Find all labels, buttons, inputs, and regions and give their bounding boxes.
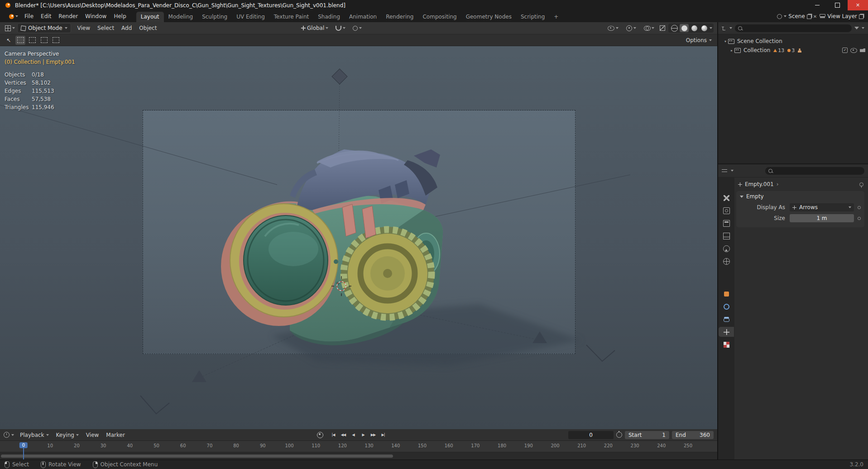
select-box-new-button[interactable] xyxy=(15,36,25,45)
display-as-dropdown[interactable]: Arrows xyxy=(790,203,854,211)
outliner-row-scene-collection[interactable]: ▾ Scene Collection xyxy=(718,37,868,46)
tab-tool[interactable] xyxy=(720,193,733,203)
horizontal-scrollbar[interactable] xyxy=(1,455,393,458)
viewport-menu-item[interactable]: Object xyxy=(135,24,160,33)
editor-type-button[interactable] xyxy=(3,24,17,32)
start-frame-field[interactable]: Start 1 xyxy=(625,431,669,439)
stopwatch-icon[interactable] xyxy=(616,432,622,438)
menu-item[interactable]: Window xyxy=(82,12,110,21)
tab-view-layer[interactable] xyxy=(720,231,733,241)
playback-menu[interactable]: Playback xyxy=(17,431,52,439)
timeline-track[interactable] xyxy=(0,452,717,460)
workspace-tab[interactable]: Animation xyxy=(345,12,381,22)
gizmos-dropdown[interactable] xyxy=(624,24,638,32)
close-button[interactable]: ✕ xyxy=(848,0,868,10)
scene-selector[interactable]: Scene ✕ xyxy=(777,13,817,19)
proportional-editing-toggle[interactable] xyxy=(350,25,364,32)
workspace-tab[interactable]: Texture Paint xyxy=(269,12,313,22)
animate-decorator-icon[interactable] xyxy=(858,217,861,220)
xray-toggle[interactable] xyxy=(660,25,665,31)
shading-material-button[interactable] xyxy=(690,24,699,32)
workspace-tab[interactable]: Compositing xyxy=(418,12,461,22)
workspace-tab[interactable]: Modeling xyxy=(164,12,198,22)
current-frame-indicator[interactable]: 0 xyxy=(19,442,28,448)
outliner-search-input[interactable] xyxy=(735,24,852,32)
eye-icon[interactable] xyxy=(850,48,857,53)
tab-texture[interactable] xyxy=(720,340,733,349)
transport-button[interactable]: ◀ xyxy=(349,431,358,439)
workspace-tab[interactable]: Layout xyxy=(136,12,164,22)
view-layer-selector[interactable]: View Layer xyxy=(820,13,863,19)
breadcrumb-object[interactable]: Empty.001 xyxy=(745,181,774,187)
properties-search-input[interactable] xyxy=(765,167,864,175)
tweak-tool-button[interactable]: ↖ xyxy=(4,36,14,45)
select-box-subtract-button[interactable] xyxy=(39,36,49,45)
tab-object[interactable] xyxy=(720,289,733,299)
minimize-button[interactable] xyxy=(807,0,827,10)
maximize-button[interactable] xyxy=(827,0,848,10)
filter-icon[interactable] xyxy=(854,27,859,29)
pin-icon[interactable] xyxy=(859,182,863,187)
outliner-editor-icon[interactable] xyxy=(722,26,727,31)
tab-constraints[interactable] xyxy=(720,314,733,324)
workspace-tab[interactable]: + xyxy=(549,12,563,22)
tab-world[interactable] xyxy=(720,256,733,266)
mode-dropdown[interactable]: Object Mode xyxy=(17,23,71,33)
select-box-extend-button[interactable] xyxy=(27,36,37,45)
timeline-editor-icon[interactable] xyxy=(4,432,10,438)
workspace-tab[interactable]: Geometry Nodes xyxy=(461,12,516,22)
gun-sight-model[interactable] xyxy=(221,149,443,345)
disclosure-icon[interactable]: ▸ xyxy=(729,48,734,53)
current-frame-field[interactable]: 0 xyxy=(568,431,614,439)
keying-menu[interactable]: Keying xyxy=(53,431,82,439)
snap-toggle[interactable] xyxy=(333,25,348,32)
workspace-tab[interactable]: Scripting xyxy=(516,12,549,22)
tab-object-data[interactable] xyxy=(719,327,734,337)
checkbox-icon[interactable]: ✓ xyxy=(842,48,848,53)
camera-icon[interactable] xyxy=(860,48,865,52)
viewport-menu-item[interactable]: Add xyxy=(118,24,135,33)
select-box-intersect-button[interactable] xyxy=(51,36,61,45)
workspace-tab[interactable]: Shading xyxy=(313,12,345,22)
menu-item[interactable]: Edit xyxy=(37,12,55,21)
workspace-tab[interactable]: Rendering xyxy=(381,12,418,22)
view-menu[interactable]: View xyxy=(83,431,102,439)
workspace-tab[interactable]: UV Editing xyxy=(232,12,269,22)
transport-button[interactable]: ◀◀ xyxy=(339,431,348,439)
viewport-canvas[interactable]: Camera Perspective (0) Collection | Empt… xyxy=(0,46,717,430)
options-dropdown[interactable]: Options xyxy=(686,37,712,43)
shading-rendered-button[interactable] xyxy=(700,24,709,32)
overlays-dropdown[interactable] xyxy=(642,25,657,31)
orientation-dropdown[interactable]: Global xyxy=(299,24,331,32)
transport-button[interactable]: ▶| xyxy=(379,431,388,439)
disclosure-icon[interactable]: ▾ xyxy=(723,39,728,43)
tab-render[interactable] xyxy=(720,206,733,215)
shading-wireframe-button[interactable] xyxy=(670,24,679,32)
new-scene-icon[interactable] xyxy=(807,14,811,19)
visibility-dropdown[interactable] xyxy=(605,25,621,32)
properties-editor-icon[interactable] xyxy=(722,168,727,173)
workspace-tab[interactable]: Sculpting xyxy=(197,12,232,22)
viewport-menu-item[interactable]: Select xyxy=(94,24,118,33)
viewport-menu-item[interactable]: View xyxy=(74,24,94,33)
transport-button[interactable]: ▶▶ xyxy=(369,431,378,439)
unlink-scene-icon[interactable]: ✕ xyxy=(813,14,817,19)
outliner-row-collection[interactable]: ▸ Collection 13 3 ✓ xyxy=(718,46,868,55)
menu-item[interactable]: File xyxy=(21,12,37,21)
timeline-ruler[interactable]: 0 01020304050607080901001101201301401501… xyxy=(0,441,717,452)
transport-button[interactable]: |◀ xyxy=(329,431,338,439)
tab-physics[interactable] xyxy=(720,302,733,311)
end-frame-field[interactable]: End 360 xyxy=(672,431,714,439)
marker-menu[interactable]: Marker xyxy=(103,431,128,439)
transport-button[interactable]: ▶ xyxy=(359,431,368,439)
menu-item[interactable]: Render xyxy=(55,12,82,21)
shading-solid-button[interactable] xyxy=(680,24,689,32)
menu-item[interactable]: Help xyxy=(110,12,129,21)
empty-panel-header[interactable]: Empty xyxy=(736,191,864,202)
auto-keying-button[interactable] xyxy=(317,432,323,438)
tab-output[interactable] xyxy=(720,218,733,228)
tab-scene[interactable] xyxy=(720,244,733,254)
new-view-layer-icon[interactable] xyxy=(859,14,863,19)
blender-menu-button[interactable] xyxy=(0,14,21,19)
size-field[interactable]: 1 m xyxy=(790,214,854,222)
